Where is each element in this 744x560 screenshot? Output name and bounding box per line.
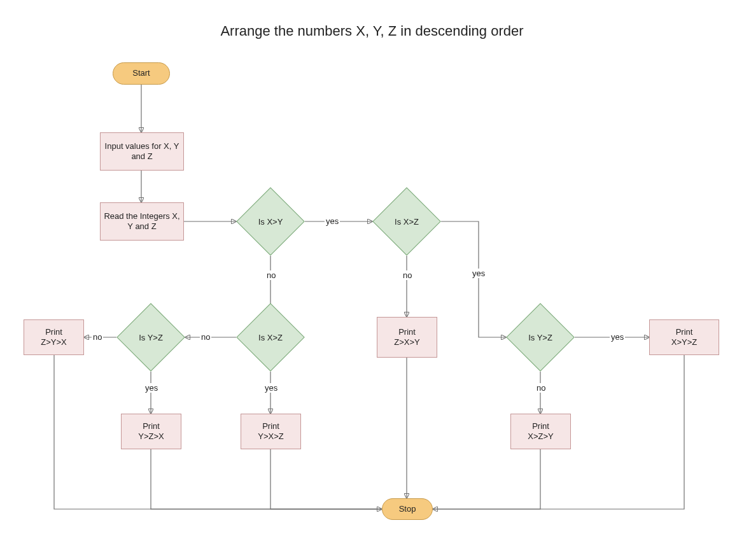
print-xyz-label: Print X>Y>Z: [671, 327, 697, 348]
edge-yz-right-no: no: [535, 383, 547, 393]
print-xzy-label: Print X>Z>Y: [528, 421, 553, 442]
stop-label: Stop: [399, 504, 416, 514]
print-yxz-label: Print Y>X>Z: [258, 421, 283, 442]
diagram-title: Arrange the numbers X, Y, Z in descendin…: [0, 23, 744, 39]
decision-x-gt-y: Is X>Y: [246, 197, 295, 246]
connectors-layer: [0, 0, 744, 560]
edge-yz-left-yes: yes: [144, 383, 159, 393]
decision-x-gt-z-top: Is X>Z: [383, 197, 431, 246]
decision-x-gt-z-left: Is X>Z: [246, 313, 295, 361]
print-xyz: Print X>Y>Z: [649, 319, 719, 355]
decision-y-gt-z-right: Is Y>Z: [516, 313, 565, 361]
print-zxy: Print Z>X>Y: [377, 317, 437, 358]
edge-xz-left-yes: yes: [263, 383, 279, 393]
print-zyx-label: Print Z>Y>X: [41, 327, 66, 348]
print-xzy: Print X>Z>Y: [510, 414, 571, 449]
print-yzx: Print Y>Z>X: [121, 414, 181, 449]
print-zxy-label: Print Z>X>Y: [394, 327, 419, 348]
print-yzx-label: Print Y>Z>X: [138, 421, 164, 442]
start-label: Start: [132, 68, 150, 78]
edge-yz-left-no: no: [92, 332, 103, 342]
edge-xz-top-no: no: [402, 270, 413, 280]
input-label: Input values for X, Y and Z: [103, 141, 181, 162]
start-terminator: Start: [113, 62, 170, 85]
edge-xy-yes: yes: [325, 216, 340, 226]
edge-xy-no: no: [265, 270, 277, 280]
print-yxz: Print Y>X>Z: [241, 414, 301, 449]
decision-y-gt-z-left: Is Y>Z: [127, 313, 175, 361]
input-process: Input values for X, Y and Z: [100, 132, 184, 171]
edge-xz-top-yes: yes: [471, 269, 486, 278]
print-zyx: Print Z>Y>X: [24, 319, 84, 355]
edge-xz-left-no: no: [200, 332, 211, 342]
read-process: Read the Integers X, Y and Z: [100, 202, 184, 241]
edge-yz-right-yes: yes: [610, 332, 625, 342]
read-label: Read the Integers X, Y and Z: [103, 211, 181, 232]
flowchart-canvas: Arrange the numbers X, Y, Z in descendin…: [0, 0, 744, 560]
stop-terminator: Stop: [382, 498, 433, 520]
